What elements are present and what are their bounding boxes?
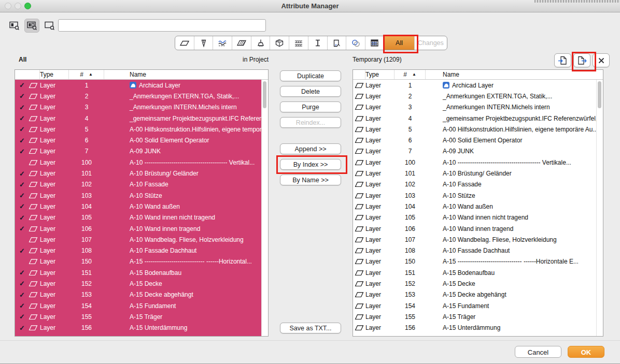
table-row[interactable]: Layer107A-10 Wandbelag. Fliese, Holzverk… bbox=[353, 234, 597, 245]
building-material-icon bbox=[275, 39, 284, 48]
column-number[interactable]: # ▲ bbox=[69, 70, 104, 79]
table-row[interactable]: Layer107A-10 Wandbelag. Fliese, Holzverk… bbox=[15, 234, 262, 245]
show-both-panels-button[interactable] bbox=[24, 19, 39, 33]
table-row[interactable]: Layer155A-15 Träger bbox=[353, 311, 597, 322]
tab-changes[interactable]: Changes bbox=[415, 36, 447, 50]
table-row[interactable]: Layer102A-10 Fassade bbox=[353, 179, 597, 190]
table-row[interactable]: ✓Layer104A-10 Wand außen bbox=[15, 201, 262, 212]
type-icon-cell bbox=[26, 226, 40, 232]
tab-zone-categories[interactable] bbox=[328, 36, 347, 50]
column-type[interactable]: Type bbox=[365, 70, 394, 79]
table-row[interactable]: ✓Layer103A-10 Stütze bbox=[15, 190, 262, 201]
purge-button[interactable]: Purge bbox=[280, 101, 341, 112]
table-row[interactable]: Layer153A-15 Decke abgehängt bbox=[353, 289, 597, 300]
by-index-button[interactable]: By Index >> bbox=[280, 159, 341, 170]
column-name[interactable]: Name bbox=[104, 70, 268, 79]
column-name[interactable]: Name bbox=[426, 70, 603, 79]
left-panel-scope: in Project bbox=[15, 56, 269, 63]
table-row[interactable]: ✓Layer108A-10 Fassade Dachhaut bbox=[15, 245, 262, 256]
tab-mep-systems[interactable] bbox=[365, 36, 385, 50]
close-panel-button[interactable] bbox=[593, 53, 610, 67]
table-row[interactable]: Layer108A-10 Fassade Dachhaut bbox=[353, 245, 597, 256]
table-row[interactable]: ✓Layer152A-15 Decke bbox=[15, 278, 262, 289]
table-row[interactable]: ✓Layer153A-15 Decke abgehängt bbox=[15, 289, 262, 300]
table-row[interactable]: ✓Layer155A-15 Träger bbox=[15, 311, 262, 322]
by-name-button[interactable]: By Name >> bbox=[280, 174, 341, 185]
cancel-button[interactable]: Cancel bbox=[515, 346, 561, 358]
table-row[interactable]: Layer151A-15 Bodenaufbau bbox=[353, 267, 597, 278]
table-row[interactable]: ✓Layer156A-15 Unterdämmung bbox=[15, 323, 262, 333]
table-row[interactable]: Layer7A-09 JUNK bbox=[353, 146, 597, 157]
fill-icon bbox=[236, 39, 247, 47]
show-left-panel-button[interactable] bbox=[7, 19, 22, 33]
table-row[interactable]: ✓Layer6A-00 Solid Element Operator bbox=[15, 135, 262, 145]
tab-pens[interactable] bbox=[194, 36, 214, 50]
table-row[interactable]: ✓Layer1Archicad Layer bbox=[15, 80, 262, 91]
table-row[interactable]: ✓Layer3_Anmerkungen INTERN.Michels inter… bbox=[15, 102, 262, 113]
duplicate-button[interactable]: Duplicate bbox=[280, 70, 341, 81]
table-row[interactable]: ✓Layer102A-10 Fassade bbox=[15, 179, 262, 190]
type-icon-cell bbox=[26, 126, 40, 133]
table-row[interactable]: Layer154A-15 Fundament bbox=[353, 300, 597, 311]
column-type[interactable]: Type bbox=[40, 70, 69, 79]
type-cell: Layer bbox=[40, 280, 69, 287]
table-row[interactable]: Layer103A-10 Stütze bbox=[353, 190, 597, 201]
table-row[interactable]: Layer156A-15 Unterdämmung bbox=[353, 323, 597, 333]
table-row[interactable]: Layer100A-10 ---------------------------… bbox=[15, 157, 262, 168]
table-row[interactable]: Layer5A-00 Hilfskonstruktion.Hilfslinien… bbox=[353, 124, 597, 135]
table-row[interactable]: Layer2_Anmerkungen EXTERN.TGA, Statik,..… bbox=[353, 91, 597, 101]
table-row[interactable]: ✓Layer2_Anmerkungen EXTERN.TGA, Statik,.… bbox=[15, 91, 262, 101]
column-number[interactable]: # ▲ bbox=[394, 70, 426, 79]
tab-fills[interactable] bbox=[232, 36, 251, 50]
type-icon-cell bbox=[26, 104, 40, 110]
delete-button[interactable]: Delete bbox=[280, 86, 341, 97]
right-scroll-thumb[interactable] bbox=[598, 81, 601, 108]
right-list-scrollbar[interactable] bbox=[596, 80, 603, 336]
table-row[interactable]: ✓Layer4_gemeinsamer Projektbezugspunkt.I… bbox=[15, 113, 262, 124]
open-file-button[interactable] bbox=[554, 53, 571, 67]
tab-composites[interactable] bbox=[289, 36, 308, 50]
show-right-panel-button[interactable] bbox=[42, 19, 57, 33]
table-row[interactable]: Layer4_gemeinsamer Projektbezugspunkt.IF… bbox=[353, 113, 597, 124]
table-row[interactable]: ✓Layer154A-15 Fundament bbox=[15, 300, 262, 311]
table-row[interactable]: ✓Layer7A-09 JUNK bbox=[15, 146, 262, 157]
tab-line-types[interactable] bbox=[213, 36, 232, 50]
table-row[interactable]: Layer152A-15 Decke bbox=[353, 278, 597, 289]
window-title: Attribute Manager bbox=[0, 0, 620, 12]
tab-operation-profiles[interactable] bbox=[346, 36, 365, 50]
save-file-button[interactable] bbox=[573, 53, 590, 67]
table-row[interactable]: Layer104A-10 Wand außen bbox=[353, 201, 597, 212]
table-row[interactable]: ✓Layer5A-00 Hilfskonstruktion.Hilfslinie… bbox=[15, 124, 262, 135]
tab-layers[interactable] bbox=[175, 36, 194, 50]
table-row[interactable]: Layer150A-15 ---------------------------… bbox=[353, 256, 597, 267]
type-cell: Layer bbox=[365, 93, 394, 100]
type-cell: Layer bbox=[40, 181, 69, 188]
type-cell: Layer bbox=[365, 115, 394, 122]
append-button[interactable]: Append >> bbox=[280, 143, 341, 154]
table-row[interactable]: Layer150A-15 ---------------------------… bbox=[15, 256, 262, 267]
table-row-partial[interactable]: Layer200A-20Dachel bbox=[15, 333, 262, 336]
tab-profiles[interactable] bbox=[308, 36, 328, 50]
tab-all[interactable]: All bbox=[385, 36, 415, 50]
table-row[interactable]: Layer3_Anmerkungen INTERN.Michels intern bbox=[353, 102, 597, 113]
left-list-scrollbar[interactable] bbox=[261, 80, 268, 336]
type-cell: Layer bbox=[365, 324, 394, 331]
table-row[interactable]: Layer1Archicad Layer bbox=[353, 80, 597, 91]
table-row[interactable]: ✓Layer101A-10 Brüstung/ Geländer bbox=[15, 168, 262, 179]
left-scroll-thumb[interactable] bbox=[263, 81, 266, 108]
ok-button[interactable]: OK bbox=[568, 346, 604, 358]
table-row[interactable]: Layer100A-10 ---------------------------… bbox=[353, 157, 597, 168]
tab-surfaces[interactable] bbox=[251, 36, 271, 50]
table-row[interactable]: ✓Layer151A-15 Bodenaufbau bbox=[15, 267, 262, 278]
table-row[interactable]: Layer105A-10 Wand innen nicht tragend bbox=[353, 212, 597, 223]
table-row[interactable]: ✓Layer105A-10 Wand innen nicht tragend bbox=[15, 212, 262, 223]
search-input[interactable] bbox=[58, 19, 266, 32]
checkmark-icon: ✓ bbox=[15, 313, 26, 321]
tab-building-materials[interactable] bbox=[270, 36, 289, 50]
table-row[interactable]: Layer106A-10 Wand innen tragend bbox=[353, 223, 597, 234]
table-row[interactable]: Layer101A-10 Brüstung/ Geländer bbox=[353, 168, 597, 179]
table-row[interactable]: Layer6A-00 Solid Element Operator bbox=[353, 135, 597, 145]
table-row[interactable]: ✓Layer106A-10 Wand innen tragend bbox=[15, 223, 262, 234]
table-row-partial[interactable]: Layer200A-20Dachelem bbox=[353, 333, 597, 336]
save-as-txt-button[interactable]: Save as TXT... bbox=[280, 323, 341, 333]
